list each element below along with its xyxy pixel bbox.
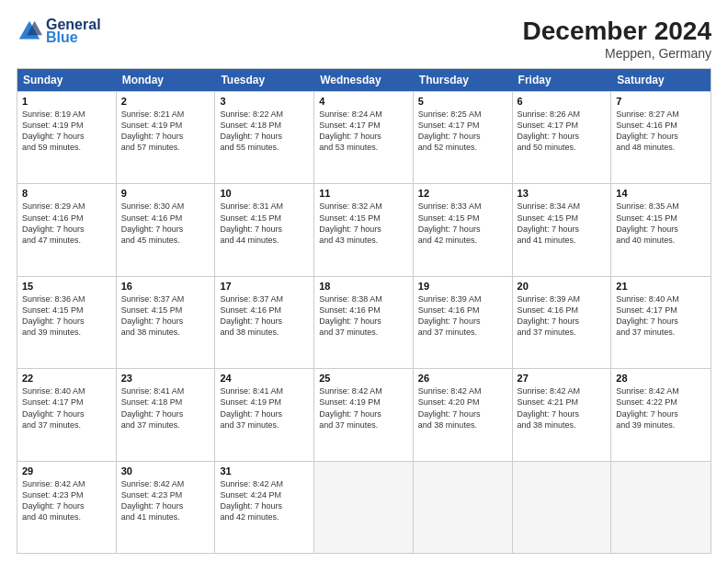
- day-info: Sunrise: 8:42 AMSunset: 4:22 PMDaylight:…: [616, 385, 706, 431]
- day-info: Sunrise: 8:34 AMSunset: 4:15 PMDaylight:…: [518, 201, 607, 246]
- day-info: Sunrise: 8:41 AMSunset: 4:18 PMDaylight:…: [121, 385, 210, 431]
- weekday-header-friday: Friday: [513, 69, 612, 91]
- day-info: Sunrise: 8:21 AMSunset: 4:19 PMDaylight:…: [121, 109, 210, 154]
- day-number: 8: [22, 188, 111, 199]
- day-number: 15: [22, 281, 111, 292]
- day-number: 31: [220, 465, 309, 477]
- calendar-row-3: 15Sunrise: 8:36 AMSunset: 4:15 PMDayligh…: [17, 276, 711, 368]
- day-number: 16: [121, 281, 210, 292]
- day-cell-20: 20Sunrise: 8:39 AMSunset: 4:16 PMDayligh…: [513, 277, 612, 368]
- day-info: Sunrise: 8:42 AMSunset: 4:23 PMDaylight:…: [121, 478, 210, 523]
- day-cell-18: 18Sunrise: 8:38 AMSunset: 4:16 PMDayligh…: [314, 277, 414, 368]
- day-number: 11: [319, 188, 408, 199]
- day-number: 24: [220, 373, 309, 384]
- day-cell-22: 22Sunrise: 8:40 AMSunset: 4:17 PMDayligh…: [17, 369, 117, 460]
- day-info: Sunrise: 8:22 AMSunset: 4:18 PMDaylight:…: [220, 109, 309, 154]
- logo: General Blue: [17, 17, 101, 46]
- day-cell-12: 12Sunrise: 8:33 AMSunset: 4:15 PMDayligh…: [414, 184, 513, 275]
- empty-cell: [314, 462, 414, 553]
- day-number: 5: [418, 96, 507, 107]
- day-cell-29: 29Sunrise: 8:42 AMSunset: 4:23 PMDayligh…: [17, 462, 117, 553]
- day-cell-3: 3Sunrise: 8:22 AMSunset: 4:18 PMDaylight…: [215, 92, 314, 183]
- weekday-header-thursday: Thursday: [414, 69, 513, 91]
- day-cell-31: 31Sunrise: 8:42 AMSunset: 4:24 PMDayligh…: [215, 462, 314, 553]
- day-cell-11: 11Sunrise: 8:32 AMSunset: 4:15 PMDayligh…: [314, 184, 414, 275]
- day-info: Sunrise: 8:41 AMSunset: 4:19 PMDaylight:…: [220, 385, 309, 431]
- day-number: 20: [518, 281, 607, 292]
- day-info: Sunrise: 8:40 AMSunset: 4:17 PMDaylight:…: [22, 385, 111, 431]
- day-cell-30: 30Sunrise: 8:42 AMSunset: 4:23 PMDayligh…: [117, 462, 216, 553]
- day-info: Sunrise: 8:30 AMSunset: 4:16 PMDaylight:…: [121, 201, 210, 246]
- day-cell-16: 16Sunrise: 8:37 AMSunset: 4:15 PMDayligh…: [117, 277, 216, 368]
- weekday-header-monday: Monday: [117, 69, 216, 91]
- empty-cell: [611, 462, 711, 553]
- day-info: Sunrise: 8:42 AMSunset: 4:24 PMDaylight:…: [220, 478, 309, 523]
- day-info: Sunrise: 8:37 AMSunset: 4:15 PMDaylight:…: [121, 293, 210, 339]
- day-number: 4: [319, 96, 408, 107]
- day-info: Sunrise: 8:31 AMSunset: 4:15 PMDaylight:…: [220, 201, 309, 246]
- day-info: Sunrise: 8:25 AMSunset: 4:17 PMDaylight:…: [418, 109, 507, 154]
- day-cell-23: 23Sunrise: 8:41 AMSunset: 4:18 PMDayligh…: [117, 369, 216, 460]
- day-number: 22: [22, 373, 111, 384]
- day-info: Sunrise: 8:37 AMSunset: 4:16 PMDaylight:…: [220, 293, 309, 339]
- day-info: Sunrise: 8:24 AMSunset: 4:17 PMDaylight:…: [319, 109, 408, 154]
- day-cell-9: 9Sunrise: 8:30 AMSunset: 4:16 PMDaylight…: [117, 184, 216, 275]
- day-info: Sunrise: 8:42 AMSunset: 4:21 PMDaylight:…: [518, 385, 607, 431]
- day-number: 17: [220, 281, 309, 292]
- day-info: Sunrise: 8:26 AMSunset: 4:17 PMDaylight:…: [518, 109, 607, 154]
- weekday-header-sunday: Sunday: [17, 69, 117, 91]
- day-cell-10: 10Sunrise: 8:31 AMSunset: 4:15 PMDayligh…: [215, 184, 314, 275]
- day-number: 26: [418, 373, 507, 384]
- day-number: 23: [121, 373, 210, 384]
- day-number: 6: [518, 96, 607, 107]
- title-block: December 2024 Meppen, Germany: [523, 17, 711, 61]
- day-info: Sunrise: 8:40 AMSunset: 4:17 PMDaylight:…: [616, 293, 706, 339]
- weekday-header-saturday: Saturday: [611, 69, 711, 91]
- day-info: Sunrise: 8:39 AMSunset: 4:16 PMDaylight:…: [418, 293, 507, 339]
- day-cell-6: 6Sunrise: 8:26 AMSunset: 4:17 PMDaylight…: [513, 92, 612, 183]
- day-number: 12: [418, 188, 507, 199]
- day-number: 18: [319, 281, 408, 292]
- day-info: Sunrise: 8:29 AMSunset: 4:16 PMDaylight:…: [22, 201, 111, 246]
- day-number: 1: [22, 96, 111, 107]
- day-info: Sunrise: 8:39 AMSunset: 4:16 PMDaylight:…: [518, 293, 607, 339]
- header: General Blue December 2024 Meppen, Germa…: [17, 17, 711, 61]
- day-number: 21: [616, 281, 706, 292]
- day-number: 3: [220, 96, 309, 107]
- calendar: SundayMondayTuesdayWednesdayThursdayFrid…: [17, 68, 711, 554]
- day-info: Sunrise: 8:32 AMSunset: 4:15 PMDaylight:…: [319, 201, 408, 246]
- day-info: Sunrise: 8:36 AMSunset: 4:15 PMDaylight:…: [22, 293, 111, 339]
- day-number: 27: [518, 373, 607, 384]
- day-cell-24: 24Sunrise: 8:41 AMSunset: 4:19 PMDayligh…: [215, 369, 314, 460]
- day-info: Sunrise: 8:38 AMSunset: 4:16 PMDaylight:…: [319, 293, 408, 339]
- day-number: 28: [616, 373, 706, 384]
- day-number: 9: [121, 188, 210, 199]
- day-number: 30: [121, 465, 210, 477]
- day-cell-19: 19Sunrise: 8:39 AMSunset: 4:16 PMDayligh…: [414, 277, 513, 368]
- calendar-body: 1Sunrise: 8:19 AMSunset: 4:19 PMDaylight…: [17, 91, 711, 553]
- day-number: 29: [22, 465, 111, 477]
- page: General Blue December 2024 Meppen, Germa…: [0, 0, 728, 563]
- calendar-row-1: 1Sunrise: 8:19 AMSunset: 4:19 PMDaylight…: [17, 91, 711, 183]
- day-info: Sunrise: 8:42 AMSunset: 4:23 PMDaylight:…: [22, 478, 111, 523]
- day-cell-2: 2Sunrise: 8:21 AMSunset: 4:19 PMDaylight…: [117, 92, 216, 183]
- day-cell-5: 5Sunrise: 8:25 AMSunset: 4:17 PMDaylight…: [414, 92, 513, 183]
- day-info: Sunrise: 8:42 AMSunset: 4:20 PMDaylight:…: [418, 385, 507, 431]
- day-number: 2: [121, 96, 210, 107]
- day-cell-14: 14Sunrise: 8:35 AMSunset: 4:15 PMDayligh…: [611, 184, 711, 275]
- calendar-row-4: 22Sunrise: 8:40 AMSunset: 4:17 PMDayligh…: [17, 368, 711, 460]
- day-number: 10: [220, 188, 309, 199]
- day-cell-21: 21Sunrise: 8:40 AMSunset: 4:17 PMDayligh…: [611, 277, 711, 368]
- day-info: Sunrise: 8:33 AMSunset: 4:15 PMDaylight:…: [418, 201, 507, 246]
- day-number: 7: [616, 96, 706, 107]
- weekday-header-wednesday: Wednesday: [314, 69, 414, 91]
- calendar-header: SundayMondayTuesdayWednesdayThursdayFrid…: [17, 69, 711, 91]
- day-cell-25: 25Sunrise: 8:42 AMSunset: 4:19 PMDayligh…: [314, 369, 414, 460]
- day-cell-28: 28Sunrise: 8:42 AMSunset: 4:22 PMDayligh…: [611, 369, 711, 460]
- weekday-header-tuesday: Tuesday: [215, 69, 314, 91]
- day-number: 25: [319, 373, 408, 384]
- day-info: Sunrise: 8:19 AMSunset: 4:19 PMDaylight:…: [22, 109, 111, 154]
- day-info: Sunrise: 8:42 AMSunset: 4:19 PMDaylight:…: [319, 385, 408, 431]
- day-cell-27: 27Sunrise: 8:42 AMSunset: 4:21 PMDayligh…: [513, 369, 612, 460]
- day-cell-26: 26Sunrise: 8:42 AMSunset: 4:20 PMDayligh…: [414, 369, 513, 460]
